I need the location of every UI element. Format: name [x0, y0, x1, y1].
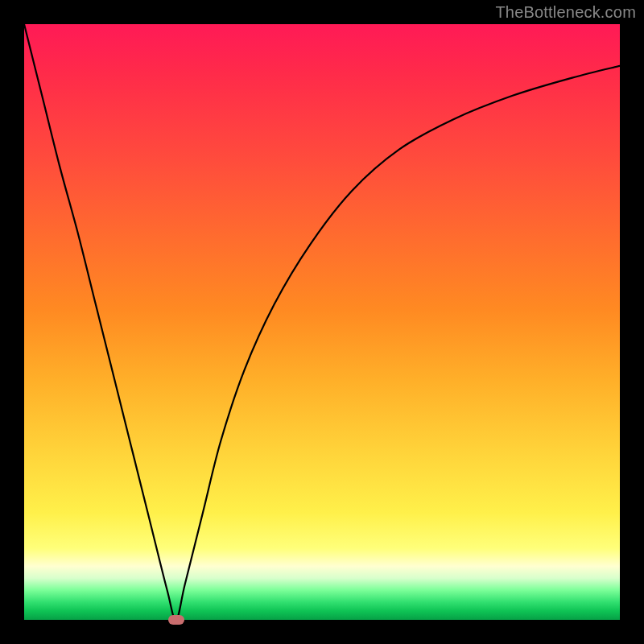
watermark-text: TheBottleneck.com — [495, 3, 636, 22]
bottleneck-curve-path — [24, 24, 620, 620]
chart-frame: TheBottleneck.com — [0, 0, 644, 644]
optimum-marker — [168, 615, 184, 625]
curve-svg — [24, 24, 620, 620]
plot-area — [24, 24, 620, 620]
